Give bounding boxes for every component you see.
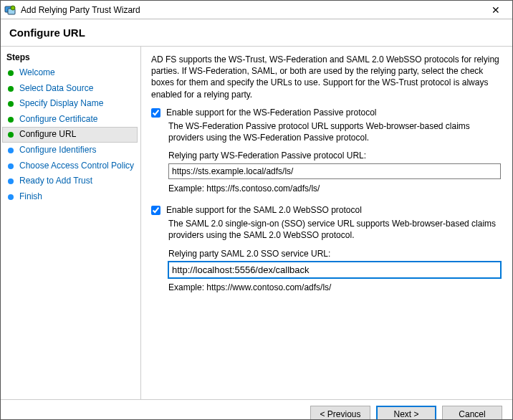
steps-sidebar: Steps WelcomeSelect Data SourceSpecify D… <box>1 47 141 399</box>
step-label: Configure URL <box>19 129 76 140</box>
intro-text: AD FS supports the WS-Trust, WS-Federati… <box>151 54 501 100</box>
step-choose-access-control-policy[interactable]: Choose Access Control Policy <box>1 158 140 174</box>
next-button[interactable]: Next > <box>376 406 436 420</box>
wsfed-checkbox-label[interactable]: Enable support for the WS-Federation Pas… <box>166 108 376 118</box>
steps-heading: Steps <box>1 51 140 65</box>
saml-example: Example: https://www.contoso.com/adfs/ls… <box>168 282 501 292</box>
wsfed-desc: The WS-Federation Passive protocol URL s… <box>168 120 501 143</box>
step-label: Configure Identifiers <box>19 145 96 156</box>
step-configure-url[interactable]: Configure URL <box>2 127 138 143</box>
step-finish[interactable]: Finish <box>1 189 140 205</box>
step-bullet-icon <box>8 148 14 153</box>
close-icon: ✕ <box>492 4 500 16</box>
step-label: Select Data Source <box>19 83 93 95</box>
step-ready-to-add-trust[interactable]: Ready to Add Trust <box>1 173 140 189</box>
step-label: Finish <box>19 191 42 203</box>
step-bullet-icon <box>8 132 14 138</box>
saml-desc: The SAML 2.0 single-sign-on (SSO) servic… <box>168 218 501 241</box>
step-select-data-source[interactable]: Select Data Source <box>1 81 140 97</box>
app-icon <box>4 4 16 16</box>
wsfed-checkbox-row[interactable]: Enable support for the WS-Federation Pas… <box>151 108 501 118</box>
saml-url-input[interactable] <box>168 262 501 278</box>
wsfed-url-input[interactable] <box>168 163 501 179</box>
footer: < Previous Next > Cancel <box>1 399 512 420</box>
step-label: Welcome <box>19 67 55 79</box>
page-header: Configure URL <box>1 19 512 47</box>
titlebar: Add Relying Party Trust Wizard ✕ <box>1 1 512 19</box>
step-bullet-icon <box>8 194 14 200</box>
step-label: Configure Certificate <box>19 114 97 125</box>
step-configure-identifiers[interactable]: Configure Identifiers <box>1 143 140 158</box>
step-bullet-icon <box>8 117 14 123</box>
close-button[interactable]: ✕ <box>484 2 508 18</box>
step-welcome[interactable]: Welcome <box>1 65 140 81</box>
step-configure-certificate[interactable]: Configure Certificate <box>1 112 140 128</box>
page-title: Configure URL <box>9 27 504 39</box>
wsfed-example: Example: https://fs.contoso.com/adfs/ls/ <box>168 183 501 194</box>
content-pane: AD FS supports the WS-Trust, WS-Federati… <box>141 47 512 399</box>
saml-checkbox[interactable] <box>151 206 160 215</box>
wsfed-checkbox[interactable] <box>151 108 160 118</box>
step-label: Choose Access Control Policy <box>19 161 134 172</box>
wsfed-field-label: Relying party WS-Federation Passive prot… <box>168 151 501 161</box>
step-bullet-icon <box>8 101 14 107</box>
window-title: Add Relying Party Trust Wizard <box>21 5 484 15</box>
saml-checkbox-label[interactable]: Enable support for the SAML 2.0 WebSSO p… <box>166 205 362 215</box>
cancel-button[interactable]: Cancel <box>442 406 502 420</box>
step-label: Ready to Add Trust <box>19 176 92 187</box>
previous-button[interactable]: < Previous <box>310 406 370 420</box>
step-bullet-icon <box>8 70 14 76</box>
saml-field-label: Relying party SAML 2.0 SSO service URL: <box>168 249 501 259</box>
saml-checkbox-row[interactable]: Enable support for the SAML 2.0 WebSSO p… <box>151 205 501 215</box>
step-bullet-icon <box>8 178 14 184</box>
step-specify-display-name[interactable]: Specify Display Name <box>1 96 140 112</box>
step-bullet-icon <box>8 163 14 169</box>
svg-point-2 <box>11 6 15 10</box>
step-label: Specify Display Name <box>19 98 103 110</box>
step-bullet-icon <box>8 86 14 92</box>
